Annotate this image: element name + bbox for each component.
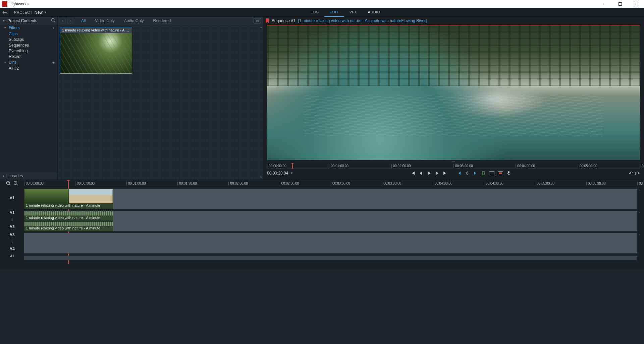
project-name-text: New — [35, 10, 43, 15]
timeline-ruler-tick: 00:00:30.00 — [75, 182, 95, 186]
undo-button[interactable] — [629, 171, 633, 176]
timeline-ruler-tick: 00:01:00.00 — [126, 182, 146, 186]
svg-rect-0 — [619, 3, 622, 6]
chevron-right-icon: ▸ — [2, 174, 5, 178]
timeline-video-clip[interactable]: 1 minute relaxing video with nature - A … — [24, 189, 113, 209]
remove-button[interactable] — [481, 171, 486, 176]
goto-start-button[interactable] — [411, 171, 415, 176]
project-name-dropdown[interactable]: New ▼ — [35, 10, 47, 15]
app-icon — [2, 1, 7, 7]
delete-ripple-button[interactable] — [498, 171, 503, 175]
bins-header[interactable]: ▾ Bins ＋ — [0, 59, 57, 65]
record-voiceover-button[interactable] — [506, 171, 511, 176]
chevron-down-icon: ▾ — [3, 61, 7, 64]
add-filter-button[interactable]: ＋ — [51, 25, 55, 31]
bins-label: Bins — [9, 60, 16, 65]
svg-rect-3 — [508, 171, 509, 174]
delete-button[interactable] — [489, 171, 494, 175]
filter-tab-all[interactable]: All — [77, 17, 90, 25]
track-label-a2[interactable]: A2 — [9, 224, 14, 229]
project-contents-header[interactable]: ▾ Project Contents — [0, 17, 57, 25]
track-label-a4[interactable]: A4 — [9, 247, 14, 251]
browser-forward-button[interactable]: › — [67, 18, 73, 24]
add-bin-button[interactable]: ＋ — [51, 60, 55, 65]
timeline-tracks[interactable]: 1 minute relaxing video with nature - A … — [24, 187, 637, 269]
timeline-audio-clip-a2[interactable]: 1 minute relaxing video with nature - A … — [24, 221, 113, 231]
viewer-header: Sequence #1 [1 minute relaxing video wit… — [263, 17, 644, 25]
track-v1[interactable]: 1 minute relaxing video with nature - A … — [24, 189, 637, 209]
sidebar-item-everything[interactable]: Everything — [0, 48, 57, 54]
browser-back-button[interactable]: ‹ — [60, 18, 66, 24]
timecode-display[interactable]: 00:00:28.04 ▼ — [267, 171, 293, 176]
tab-vfx[interactable]: VFX — [344, 8, 363, 17]
viewer-ruler-tick: 00:03:00.00 — [453, 164, 473, 168]
goto-end-button[interactable] — [443, 171, 447, 176]
window-title: Lightworks — [9, 2, 29, 6]
track-label-all[interactable]: All — [0, 253, 24, 259]
viewer-video-frame[interactable] — [267, 25, 640, 160]
exit-project-button[interactable] — [0, 8, 10, 16]
redo-button[interactable] — [635, 171, 640, 176]
timeline-video-clip-label: 1 minute relaxing video with nature - A … — [24, 203, 113, 209]
viewer-ruler-tick: 00:02:00.00 — [391, 164, 411, 168]
clip-tile[interactable]: 1 minute relaxing video with nature - A … — [60, 27, 132, 74]
window-maximize-button[interactable] — [612, 0, 628, 8]
timeline-ruler-tick: 00:03:00.00 — [331, 182, 350, 186]
window-minimize-button[interactable] — [597, 0, 612, 8]
tab-audio[interactable]: AUDIO — [363, 8, 386, 17]
viewer-ruler-tick: 00:00:00.00 — [267, 164, 286, 168]
track-label-v1[interactable]: V1 — [0, 187, 24, 209]
libraries-header[interactable]: ▸ Libraries — [0, 172, 57, 180]
clear-marks-button[interactable] — [465, 171, 470, 176]
timeline-audio-clip-a1[interactable]: 1 minute relaxing video with nature - A … — [24, 211, 113, 221]
track-label-a1[interactable]: A1 — [9, 210, 14, 215]
sequence-name[interactable]: Sequence #1 — [272, 18, 296, 23]
view-mode-button[interactable]: ▭ — [254, 18, 261, 23]
viewer-ruler-tick: 00:05:00.00 — [578, 164, 597, 168]
viewer-ruler[interactable]: 00:00:00.0000:01:00.0000:02:00.0000:03:0… — [267, 163, 640, 169]
bin-grid[interactable]: 1 minute relaxing video with nature - A … — [58, 25, 263, 180]
sidebar-item-clips[interactable]: Clips — [0, 31, 57, 37]
svg-rect-2 — [482, 171, 484, 175]
clip-tile-title: 1 minute relaxing video with nature - A … — [60, 27, 132, 33]
bin-scroll-indicator: ▴▾ — [259, 25, 263, 180]
zoom-in-button[interactable] — [6, 181, 11, 187]
track-a1a2[interactable]: 1 minute relaxing video with nature - A … — [24, 211, 637, 231]
viewer-resize-handle[interactable]: ┅ — [263, 160, 644, 163]
timeline-ruler-tick: 00:01:30.00 — [177, 182, 197, 186]
mark-out-button[interactable] — [473, 171, 478, 176]
window-close-button[interactable] — [628, 0, 643, 8]
filter-tab-rendered[interactable]: Rendered — [149, 17, 175, 25]
svg-point-1 — [51, 18, 54, 21]
tab-edit[interactable]: EDIT — [324, 8, 344, 17]
sidebar-item-subclips[interactable]: Subclips — [0, 37, 57, 42]
filters-header[interactable]: ▾ Filters ＋ — [0, 25, 57, 31]
timecode-value: 00:00:28.04 — [267, 171, 288, 176]
clip-thumbnail — [60, 33, 132, 73]
zoom-out-button[interactable] — [13, 181, 18, 187]
track-a3a4[interactable] — [24, 233, 637, 254]
timeline: 00:00:00.0000:00:30.0000:01:00.0000:01:3… — [0, 180, 644, 269]
timeline-audio-clip-a1-label: 1 minute relaxing video with nature - A … — [24, 216, 113, 221]
tab-log[interactable]: LOG — [305, 8, 324, 17]
step-back-button[interactable] — [419, 171, 423, 176]
play-button[interactable] — [427, 171, 431, 176]
mark-in-button[interactable] — [457, 171, 462, 176]
filter-tab-video-only[interactable]: Video Only — [91, 17, 118, 25]
filter-tab-audio-only[interactable]: Audio Only — [120, 17, 148, 25]
search-icon[interactable] — [51, 18, 55, 23]
libraries-label: Libraries — [7, 174, 23, 178]
sidebar-item-sequences[interactable]: Sequences — [0, 42, 57, 48]
sidebar-item-recent[interactable]: Recent — [0, 54, 57, 59]
viewer-ruler-tick: 00:01:00.00 — [329, 164, 348, 168]
sequence-source: [1 minute relaxing video with nature - A… — [298, 18, 427, 23]
timeline-audio-clip-a2-label: 1 minute relaxing video with nature - A … — [24, 226, 113, 231]
browser-toolbar: ‹ › All Video Only Audio Only Rendered ▭ — [58, 17, 263, 25]
chevron-down-icon: ▾ — [2, 19, 5, 22]
filters-label: Filters — [9, 25, 20, 30]
step-forward-button[interactable] — [435, 171, 439, 176]
track-all[interactable] — [24, 256, 637, 260]
timeline-ruler[interactable]: 00:00:00.0000:00:30.0000:01:00.0000:01:3… — [24, 180, 637, 187]
sidebar-item-bin-all2[interactable]: All #2 — [0, 65, 57, 71]
track-label-a3[interactable]: A3 — [9, 232, 14, 237]
